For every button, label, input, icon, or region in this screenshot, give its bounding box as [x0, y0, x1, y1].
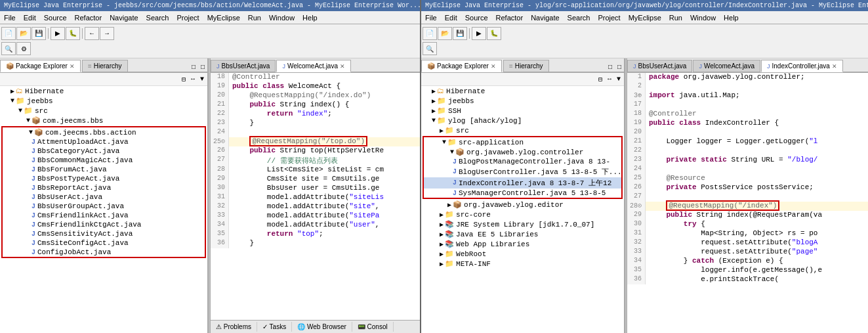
tree-item-bbscommon[interactable]: J BbsCommonMagicAct.java [3, 156, 205, 165]
pkg2-close[interactable]: ✕ [491, 63, 496, 70]
tree-item-comjeecmsbbs-action[interactable]: ▼ 📦 com.jeecms.bbs.action [3, 127, 205, 137]
menu2-source[interactable]: Source [461, 12, 492, 23]
tab-hierarchy[interactable]: ≡ Hierarchy [82, 60, 128, 72]
menu-edit[interactable]: Edit [20, 12, 40, 23]
tab-bbsuseract[interactable]: J BbsUserAct.java [211, 60, 276, 72]
tab2-hierarchy[interactable]: ≡ Hierarchy [503, 60, 549, 72]
toolbar-new[interactable]: 📄 [1, 27, 16, 40]
view-menu-icon[interactable]: ▼ [198, 75, 206, 83]
explorer2-minimize[interactable]: □ [606, 62, 615, 72]
tab-welcomeact[interactable]: J WelcomeAct.java ✕ [276, 60, 351, 72]
view-menu2-icon[interactable]: ▼ [615, 75, 623, 83]
tree-item-bbsforum[interactable]: J BbsForumAct.java [3, 165, 205, 174]
menu2-refactor[interactable]: Refactor [492, 12, 527, 23]
tree2-orgeditor[interactable]: ▶ 📦 org.javaweb.ylog.editor [421, 200, 624, 210]
indexctrl-close[interactable]: ✕ [832, 63, 837, 70]
tree2-javaeelib[interactable]: ▶ 📚 Java EE 5 Libraries [421, 229, 624, 239]
tree2-webapplib[interactable]: ▶ 📚 Web App Libraries [421, 239, 624, 249]
tree2-bloguser[interactable]: J BlogUserController.java 5 13-8-5 下... [424, 166, 621, 177]
toolbar2-run[interactable]: ▶ [472, 27, 486, 40]
tree2-webroot[interactable]: ▶ 📁 WebRoot [421, 249, 624, 259]
link-with-editor[interactable]: ↔ [189, 75, 197, 83]
menu-myeclipse[interactable]: MyEclipse [203, 12, 244, 23]
tab2-indexcontroller[interactable]: J IndexController.java ✕ [761, 60, 843, 72]
explorer2-maximize[interactable]: □ [615, 62, 624, 72]
pkg-close[interactable]: ✕ [70, 63, 75, 70]
tree2-hibernate[interactable]: ▶ 🗂 Hibernate [421, 86, 624, 96]
menu-window[interactable]: Window [265, 12, 299, 23]
tab2-welcomeact[interactable]: J WelcomeAct.java [693, 60, 760, 72]
toolbar-fwd[interactable]: → [100, 27, 114, 40]
tree2-jeebbs[interactable]: ▶ 📁 jeebbs [421, 96, 624, 106]
tree2-jrelib[interactable]: ▶ 📚 JRE System Library [jdk1.7.0_07] [421, 219, 624, 229]
toolbar2-b2[interactable]: 🔍 [423, 42, 437, 55]
tree2-metainf[interactable]: ▶ 📁 META-INF [421, 259, 624, 269]
toolbar-back[interactable]: ← [85, 27, 99, 40]
toolbar-run[interactable]: ▶ [51, 27, 65, 40]
btab-console[interactable]: 📟 Consol [352, 322, 394, 332]
tree2-orgjavaweb[interactable]: ▼ 📦 org.javaweb.ylog.controller [424, 147, 621, 157]
toolbar-b3[interactable]: ⚙ [16, 42, 31, 55]
toolbar2-save[interactable]: 💾 [453, 27, 467, 40]
menu2-project[interactable]: Project [594, 12, 624, 23]
menu2-help[interactable]: Help [720, 12, 743, 23]
toolbar-b2[interactable]: 🔍 [1, 42, 16, 55]
menu2-edit[interactable]: Edit [441, 12, 461, 23]
menu-project[interactable]: Project [173, 12, 203, 23]
toolbar2-open[interactable]: 📂 [438, 27, 452, 40]
btab-problems[interactable]: ⚠ Problems [211, 322, 257, 332]
menu-run[interactable]: Run [244, 12, 265, 23]
tree-item-src[interactable]: ▼ 📁 src [0, 106, 207, 116]
welcomeact-close[interactable]: ✕ [340, 63, 345, 70]
menu2-run[interactable]: Run [665, 12, 686, 23]
menu2-file[interactable]: File [421, 12, 441, 23]
tree-item-bbsuser[interactable]: J BbsUserAct.java [3, 192, 205, 202]
toolbar-open[interactable]: 📂 [16, 27, 31, 40]
tree-item-hibernate[interactable]: ▶ 🗂 Hibernate [0, 86, 207, 96]
menu-refactor[interactable]: Refactor [71, 12, 106, 23]
menu-file[interactable]: File [0, 12, 20, 23]
tree-item-bbsusergroup[interactable]: J BbsUserGroupAct.java [3, 202, 205, 211]
explorer-minimize[interactable]: □ [189, 62, 198, 72]
menu-search[interactable]: Search [142, 12, 173, 23]
tree-item-bbsreport[interactable]: J BbsReportAct.java [3, 183, 205, 192]
tree2-srcapp[interactable]: ▼ 📁 src-application [424, 137, 621, 147]
collapse-all[interactable]: ⊟ [180, 75, 188, 84]
link-editor2[interactable]: ↔ [606, 75, 613, 83]
toolbar2-debug[interactable]: 🐛 [487, 27, 501, 40]
menu-navigate[interactable]: Navigate [106, 12, 142, 23]
tree2-ssh[interactable]: ▶ 📁 SSH [421, 106, 624, 116]
tree2-srccore[interactable]: ▶ 📁 src-core [421, 210, 624, 219]
tree-item-cmsfriendlinkctg[interactable]: J CmsFriendlinkCtgAct.java [3, 220, 205, 229]
tree2-blogpost[interactable]: J BlogPostManageController.java 8 13- [424, 157, 621, 166]
tree-item-cmssiteconfig[interactable]: J CmsSiteConfigAct.java [3, 238, 205, 248]
tree-item-jeebbs[interactable]: ▼ 📁 jeebbs [0, 96, 207, 106]
btab-tasks[interactable]: ✓ Tasks [257, 322, 292, 332]
toolbar-debug[interactable]: 🐛 [66, 27, 80, 40]
menu-source[interactable]: Source [40, 12, 71, 23]
menu-help[interactable]: Help [299, 12, 321, 23]
tree-item-comjeecmsbbs[interactable]: ▼ 📦 com.jeecms.bbs [0, 116, 207, 125]
tree-item-cmsfriendlink[interactable]: J CmsFriendlinkAct.java [3, 211, 205, 220]
tree-item-cmssensitivity[interactable]: J CmsSensitivityAct.java [3, 229, 205, 238]
tab2-bbsuseract[interactable]: J BbsUserAct.java [627, 60, 692, 72]
explorer-maximize[interactable]: □ [198, 62, 207, 72]
tab2-package-explorer[interactable]: 📦 Package Explorer ✕ [421, 60, 502, 72]
tree-item-configjob[interactable]: J ConfigJobAct.java [3, 248, 205, 257]
menu2-search[interactable]: Search [564, 12, 594, 23]
menu2-window[interactable]: Window [686, 12, 720, 23]
tree-item-bbsposttype[interactable]: J BbsPostTypeAct.java [3, 174, 205, 183]
tree2-sysmgr[interactable]: J SysManagerController.java 5 13-8-5 [424, 189, 621, 198]
toolbar-save[interactable]: 💾 [31, 27, 46, 40]
tree2-ylog[interactable]: ▼ 📁 ylog [ahack/ylog] [421, 116, 624, 125]
toolbar2-new[interactable]: 📄 [423, 27, 437, 40]
collapse-all2[interactable]: ⊟ [596, 75, 604, 84]
btab-webbrowser[interactable]: 🌐 Web Browser [292, 322, 352, 332]
menu2-navigate[interactable]: Navigate [527, 12, 563, 23]
tab-package-explorer[interactable]: 📦 Package Explorer ✕ [0, 60, 81, 72]
tree-item-attment[interactable]: J AttmentUploadAct.java [3, 137, 205, 146]
menu2-myeclipse[interactable]: MyEclipse [625, 12, 665, 23]
tree-item-bbscategory[interactable]: J BbsCategoryAct.java [3, 146, 205, 156]
tree2-indexctrl[interactable]: J IndexController.java 8 13-8-7 上午12 [424, 177, 621, 189]
tree2-src[interactable]: ▶ 📁 src [421, 125, 624, 135]
